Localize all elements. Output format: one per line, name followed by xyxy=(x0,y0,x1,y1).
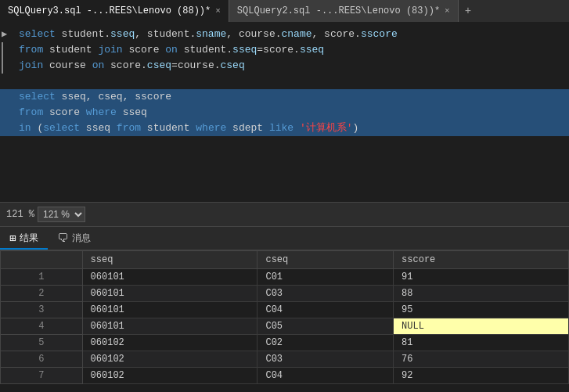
cell-sseq: 060101 xyxy=(82,286,257,302)
tab-bar: SQLQuery3.sql -...REES\Lenovo (88))* × S… xyxy=(0,0,569,22)
cell-sscore: 95 xyxy=(394,302,569,318)
results-tab-messages-label: 消息 xyxy=(72,232,91,245)
tab-sqlquery2-label: SQLQuery2.sql -...REES\Lenovo (83))* xyxy=(237,5,440,16)
cell-sscore: 92 xyxy=(394,368,569,384)
table-row: 6060102C0376 xyxy=(1,351,569,368)
zoom-select[interactable]: 75 % 100 % 121 % 150 % 200 % xyxy=(38,207,85,222)
results-table: sseq cseq sscore 1060101C01912060101C038… xyxy=(0,250,569,384)
table-row: 7060102C0492 xyxy=(1,368,569,384)
code-text-5: select sseq, cseq, sscore xyxy=(19,89,567,105)
cell-sseq: 060101 xyxy=(82,302,257,318)
code-text-1: select student.sseq, student.sname, cour… xyxy=(19,27,567,42)
results-area: sseq cseq sscore 1060101C01912060101C038… xyxy=(0,250,569,392)
col-header-sscore: sscore xyxy=(394,251,569,269)
results-grid-icon: ⊞ xyxy=(9,232,16,245)
cell-sscore: 76 xyxy=(394,351,569,368)
cell-cseq: C02 xyxy=(257,335,394,351)
table-row: 1060101C0191 xyxy=(1,269,569,286)
zoom-control: 121 % 75 % 100 % 121 % 150 % 200 % xyxy=(6,207,85,222)
table-row: 5060102C0281 xyxy=(1,335,569,351)
cell-cseq: C04 xyxy=(257,302,394,318)
code-text-3: join course on score.cseq=course.cseq xyxy=(19,58,567,74)
cell-cseq: C03 xyxy=(257,351,394,368)
messages-icon: 🗨 xyxy=(57,232,68,245)
cell-cseq: C03 xyxy=(257,286,394,302)
results-tab-results[interactable]: ⊞ 结果 xyxy=(0,228,48,250)
cell-sseq: 060101 xyxy=(82,269,257,286)
cell-sseq: 060102 xyxy=(82,335,257,351)
code-line-5: select sseq, cseq, sscore xyxy=(0,89,569,105)
col-header-num xyxy=(1,251,83,269)
col-header-cseq: cseq xyxy=(257,251,394,269)
cell-sseq: 060102 xyxy=(82,351,257,368)
code-line-1: ▶ select student.sseq, student.sname, co… xyxy=(0,27,569,42)
cell-row-num: 2 xyxy=(1,286,83,302)
col-header-sseq: sseq xyxy=(82,251,257,269)
cell-row-num: 4 xyxy=(1,318,83,335)
toolbar: 121 % 75 % 100 % 121 % 150 % 200 % xyxy=(0,202,569,227)
code-text-4 xyxy=(19,74,567,89)
cell-cseq: C05 xyxy=(257,318,394,335)
code-line-6: from score where sseq xyxy=(0,105,569,120)
code-text-6: from score where sseq xyxy=(19,105,567,120)
code-text-2: from student join score on student.sseq=… xyxy=(19,42,567,58)
cell-sscore: NULL xyxy=(394,318,569,335)
cell-row-num: 7 xyxy=(1,368,83,384)
results-tab-messages[interactable]: 🗨 消息 xyxy=(48,228,100,250)
tab-sqlquery3[interactable]: SQLQuery3.sql -...REES\Lenovo (88))* × xyxy=(0,0,229,22)
tab-sqlquery2[interactable]: SQLQuery2.sql -...REES\Lenovo (83))* × xyxy=(229,0,459,22)
cell-sscore: 91 xyxy=(394,269,569,286)
tab-add-button[interactable]: + xyxy=(459,0,477,22)
cell-row-num: 6 xyxy=(1,351,83,368)
cell-sseq: 060102 xyxy=(82,368,257,384)
line-gutter-3 xyxy=(2,58,19,74)
code-text-7: in (select sseq from student where sdept… xyxy=(19,120,567,136)
cell-row-num: 1 xyxy=(1,269,83,286)
cell-sseq: 060101 xyxy=(82,318,257,335)
line-gutter-2 xyxy=(2,42,19,58)
cell-cseq: C01 xyxy=(257,269,394,286)
code-line-4 xyxy=(0,74,569,89)
code-line-3: join course on score.cseq=course.cseq xyxy=(0,58,569,74)
code-line-7: in (select sseq from student where sdept… xyxy=(0,120,569,136)
cell-row-num: 3 xyxy=(1,302,83,318)
code-line-2: from student join score on student.sseq=… xyxy=(0,42,569,58)
table-header-row: sseq cseq sscore xyxy=(1,251,569,269)
tab-sqlquery2-close[interactable]: × xyxy=(445,6,450,16)
tab-sqlquery3-close[interactable]: × xyxy=(215,6,221,16)
line-gutter-1: ▶ xyxy=(2,27,19,42)
table-row: 3060101C0495 xyxy=(1,302,569,318)
cell-sscore: 81 xyxy=(394,335,569,351)
results-tabs: ⊞ 结果 🗨 消息 xyxy=(0,227,569,250)
results-tab-results-label: 结果 xyxy=(20,232,38,245)
table-row: 2060101C0388 xyxy=(1,286,569,302)
table-row: 4060101C05NULL xyxy=(1,318,569,335)
cell-cseq: C04 xyxy=(257,368,394,384)
zoom-label: 121 % xyxy=(6,209,34,220)
tab-sqlquery3-label: SQLQuery3.sql -...REES\Lenovo (88))* xyxy=(8,5,211,16)
cell-row-num: 5 xyxy=(1,335,83,351)
cell-sscore: 88 xyxy=(394,286,569,302)
editor-area[interactable]: ▶ select student.sseq, student.sname, co… xyxy=(0,22,569,202)
